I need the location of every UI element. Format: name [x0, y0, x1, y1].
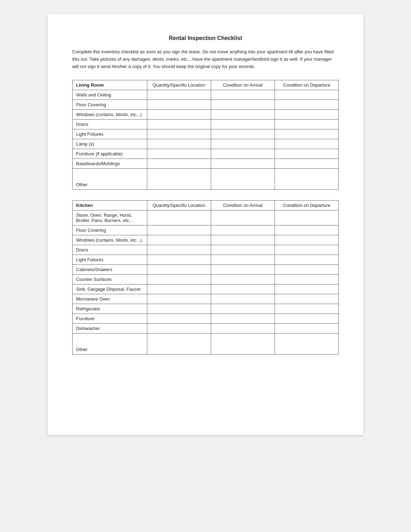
row-departure[interactable] — [275, 159, 338, 169]
row-qty[interactable] — [147, 324, 211, 334]
row-arrival[interactable] — [211, 110, 275, 120]
table-row: Counter Surfaces — [73, 275, 339, 284]
row-departure[interactable] — [275, 314, 338, 324]
row-arrival[interactable] — [211, 304, 275, 314]
table-row: Stove, Oven, Range, Hood, Broiler, Pans,… — [73, 210, 339, 225]
living-room-body: Walls and Ceiling Floor Covering Windows… — [73, 90, 339, 190]
table-row: Lamp (s) — [73, 139, 339, 149]
row-arrival[interactable] — [211, 149, 275, 159]
living-room-header-row: Living Room Quantity/Specific Location C… — [73, 80, 339, 90]
row-arrival[interactable] — [211, 139, 275, 149]
table-row: Floor Covering — [73, 225, 339, 235]
table-row: Other — [73, 334, 339, 355]
kitchen-arrival-header: Condition on Arrival — [211, 201, 275, 210]
table-row: Cabinets/Drawers — [73, 265, 339, 275]
row-label: Cabinets/Drawers — [73, 265, 147, 275]
row-label: Walls and Ceiling — [73, 90, 147, 100]
row-arrival[interactable] — [211, 90, 275, 100]
row-departure[interactable] — [275, 265, 338, 275]
table-row: Light Fixtures — [73, 255, 339, 265]
row-qty[interactable] — [147, 110, 211, 120]
row-departure[interactable] — [275, 100, 338, 110]
row-departure[interactable] — [275, 149, 338, 159]
row-arrival[interactable] — [211, 129, 275, 139]
row-qty[interactable] — [147, 210, 211, 225]
row-arrival[interactable] — [211, 314, 275, 324]
living-room-arrival-header: Condition on Arrival — [211, 80, 275, 90]
row-qty[interactable] — [147, 149, 211, 159]
row-qty[interactable] — [147, 275, 211, 284]
row-departure[interactable] — [275, 139, 338, 149]
table-row: Baseboards/Moldings — [73, 159, 339, 169]
row-qty[interactable] — [147, 90, 211, 100]
row-qty[interactable] — [147, 245, 211, 255]
row-departure[interactable] — [275, 275, 338, 284]
row-label: Dishwasher — [73, 324, 147, 334]
row-qty[interactable] — [147, 334, 211, 355]
row-arrival[interactable] — [211, 245, 275, 255]
row-departure[interactable] — [275, 129, 338, 139]
row-arrival[interactable] — [211, 235, 275, 245]
kitchen-section: Kitchen Quantity/Specific Location Condi… — [72, 200, 339, 355]
row-qty[interactable] — [147, 169, 211, 190]
table-row: Windows (curtains, blinds, etc...) — [73, 110, 339, 120]
living-room-section-label: Living Room — [73, 80, 147, 90]
row-arrival[interactable] — [211, 275, 275, 284]
row-qty[interactable] — [147, 139, 211, 149]
row-arrival[interactable] — [211, 294, 275, 304]
row-departure[interactable] — [275, 225, 338, 235]
row-qty[interactable] — [147, 294, 211, 304]
row-qty[interactable] — [147, 225, 211, 235]
row-arrival[interactable] — [211, 159, 275, 169]
row-departure[interactable] — [275, 235, 338, 245]
row-label: Light Fixtures — [73, 255, 147, 265]
kitchen-qty-header: Quantity/Specific Location — [147, 201, 211, 210]
intro-text: Complete this inventory checklist as soo… — [72, 48, 339, 70]
row-qty[interactable] — [147, 314, 211, 324]
row-label: Furniture — [73, 314, 147, 324]
row-label: Sink, Gargage Disposal, Faucet — [73, 284, 147, 294]
row-qty[interactable] — [147, 284, 211, 294]
row-label: Windows (curtains, blinds, etc...) — [73, 110, 147, 120]
row-arrival[interactable] — [211, 255, 275, 265]
row-departure[interactable] — [275, 334, 338, 355]
row-departure[interactable] — [275, 90, 338, 100]
table-row: Doors — [73, 245, 339, 255]
row-arrival[interactable] — [211, 225, 275, 235]
row-arrival[interactable] — [211, 324, 275, 334]
row-departure[interactable] — [275, 245, 338, 255]
row-arrival[interactable] — [211, 210, 275, 225]
row-arrival[interactable] — [211, 120, 275, 129]
row-arrival[interactable] — [211, 265, 275, 275]
row-arrival[interactable] — [211, 169, 275, 190]
table-row: Windows (curtains, blinds, etc...) — [73, 235, 339, 245]
row-qty[interactable] — [147, 159, 211, 169]
row-qty[interactable] — [147, 235, 211, 245]
living-room-qty-header: Quantity/Specific Location — [147, 80, 211, 90]
row-qty[interactable] — [147, 265, 211, 275]
row-departure[interactable] — [275, 110, 338, 120]
row-qty[interactable] — [147, 100, 211, 110]
row-arrival[interactable] — [211, 334, 275, 355]
row-qty[interactable] — [147, 304, 211, 314]
row-arrival[interactable] — [211, 284, 275, 294]
row-qty[interactable] — [147, 255, 211, 265]
table-row: Light Fixtures — [73, 129, 339, 139]
row-departure[interactable] — [275, 210, 338, 225]
living-room-departure-header: Condition on Departure — [275, 80, 338, 90]
row-departure[interactable] — [275, 169, 338, 190]
row-label: Baseboards/Moldings — [73, 159, 147, 169]
row-departure[interactable] — [275, 324, 338, 334]
row-label: Other — [73, 334, 147, 355]
table-row: Furniture — [73, 314, 339, 324]
row-departure[interactable] — [275, 304, 338, 314]
row-departure[interactable] — [275, 294, 338, 304]
row-departure[interactable] — [275, 255, 338, 265]
row-departure[interactable] — [275, 120, 338, 129]
row-arrival[interactable] — [211, 100, 275, 110]
row-qty[interactable] — [147, 129, 211, 139]
row-label: Refrigerator — [73, 304, 147, 314]
row-label: Counter Surfaces — [73, 275, 147, 284]
row-qty[interactable] — [147, 120, 211, 129]
row-departure[interactable] — [275, 284, 338, 294]
